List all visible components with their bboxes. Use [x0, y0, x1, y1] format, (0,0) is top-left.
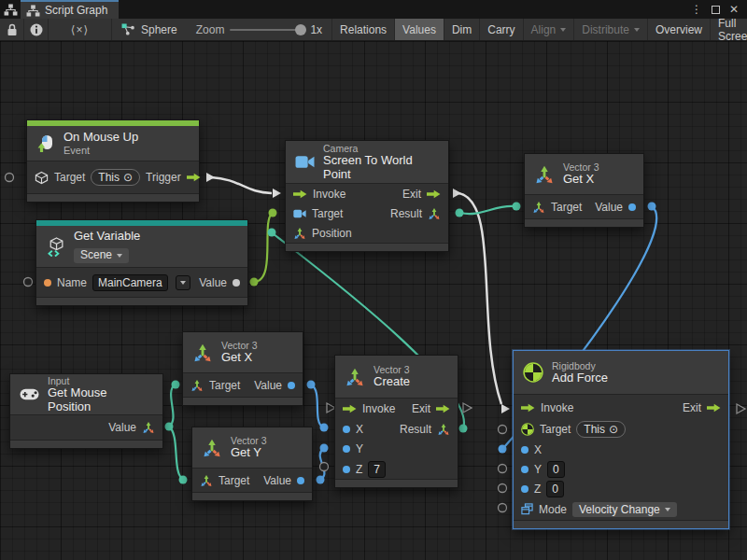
- node-get-x-mid[interactable]: Vector 3 Get X Target Value: [182, 331, 303, 406]
- port-row-target-value: Target Value: [525, 195, 643, 218]
- z-port[interactable]: [521, 485, 529, 493]
- lock-icon: [7, 23, 18, 36]
- chevron-down-icon: [560, 28, 566, 32]
- chevron-down-icon: [180, 281, 186, 285]
- this-target-chip[interactable]: This⊙: [91, 169, 140, 186]
- port-row-z: Z 7: [335, 459, 458, 479]
- zoom-to-fit-button[interactable]: ⟨×⟩: [49, 19, 112, 40]
- chevron-down-icon: [117, 254, 122, 258]
- node-get-y[interactable]: Vector 3 Get Y Target Value: [191, 427, 313, 501]
- variable-name-dropdown[interactable]: [176, 275, 190, 290]
- node-category: Input: [48, 375, 153, 386]
- y-port[interactable]: [343, 445, 350, 453]
- script-graph-window: Script Graph ⋮ ✕ ⟨×⟩ Sphere Zoom 1x Rela…: [0, 0, 747, 560]
- align-label: Align: [531, 23, 557, 36]
- node-header: On Mouse Up Event: [27, 126, 199, 161]
- node-get-variable[interactable]: Get Variable Scene Name MainCamera Value: [35, 219, 248, 306]
- x-port[interactable]: [343, 426, 350, 433]
- node-get-x-top[interactable]: Vector 3 Get X Target Value: [524, 153, 644, 228]
- node-title: Get Mouse Position: [48, 386, 153, 414]
- info-button[interactable]: [24, 19, 49, 40]
- tab-script-graph[interactable]: Script Graph: [21, 0, 119, 19]
- node-screen-to-world-point[interactable]: Camera Screen To World Point Invoke Exit…: [285, 140, 449, 252]
- mode-label: Mode: [539, 503, 567, 516]
- port-row-target-trigger: Target This⊙ Trigger: [27, 161, 199, 193]
- y-port[interactable]: [521, 466, 529, 473]
- y-label: Y: [534, 463, 542, 476]
- mouse-up-icon: [36, 134, 55, 153]
- node-create-vector3[interactable]: Vector 3 Create Invoke Exit X Result Y: [334, 355, 458, 488]
- variable-name-input[interactable]: MainCamera: [92, 274, 168, 291]
- vector3-icon: [345, 367, 365, 387]
- x-port[interactable]: [521, 446, 529, 454]
- x-label: X: [356, 423, 363, 436]
- zoom-slider[interactable]: [230, 29, 304, 31]
- toolbar-middle-group: Sphere Zoom 1x: [112, 19, 331, 40]
- zoom-value: 1x: [310, 23, 322, 36]
- dim-button[interactable]: Dim: [444, 19, 480, 40]
- port-row-name-value: Name MainCamera Value: [36, 268, 247, 297]
- port-row-target-value: Target Value: [183, 373, 303, 397]
- node-get-mouse-position[interactable]: Input Get Mouse Position Value: [9, 373, 163, 449]
- node-add-force[interactable]: Rigidbody Add Force Invoke Exit Target T…: [513, 350, 729, 529]
- lock-button[interactable]: [0, 19, 24, 40]
- node-title: Get Variable: [74, 230, 140, 244]
- this-target-chip[interactable]: This⊙: [576, 421, 626, 438]
- value-port[interactable]: [297, 477, 304, 484]
- z-value-input[interactable]: 0: [546, 481, 564, 497]
- close-button[interactable]: ✕: [726, 2, 741, 17]
- value-port[interactable]: [233, 279, 240, 287]
- node-footer: [286, 243, 448, 251]
- carry-button[interactable]: Carry: [480, 19, 523, 40]
- flow-arrow-icon: [293, 189, 307, 199]
- distribute-button[interactable]: Distribute: [574, 19, 648, 40]
- values-button[interactable]: Values: [395, 19, 444, 40]
- camera-icon: [295, 155, 315, 169]
- name-port[interactable]: [44, 279, 51, 287]
- chevron-down-icon: [634, 28, 640, 32]
- exit-label: Exit: [412, 402, 430, 415]
- node-header: Vector 3 Create: [335, 356, 458, 399]
- port-row-invoke-exit: Invoke Exit: [335, 399, 458, 419]
- x-label: X: [534, 443, 542, 456]
- target-label: Target: [209, 379, 240, 392]
- vector3-icon: [192, 343, 213, 363]
- node-footer: [183, 397, 303, 405]
- window-menu-button[interactable]: ⋮: [689, 2, 704, 17]
- breadcrumb[interactable]: Sphere: [141, 23, 177, 36]
- window-icon: [0, 0, 21, 19]
- force-mode-dropdown[interactable]: Velocity Change: [572, 502, 677, 517]
- node-footer: [514, 520, 728, 528]
- target-label: Target: [312, 207, 343, 220]
- scope-label: Scene: [80, 249, 112, 262]
- target-label: Target: [551, 201, 582, 214]
- node-subtitle: Event: [63, 145, 138, 157]
- relations-button[interactable]: Relations: [332, 19, 395, 40]
- value-port[interactable]: [628, 203, 636, 211]
- flow-arrow-icon: [521, 403, 535, 413]
- vector3-icon: [428, 207, 441, 220]
- z-port[interactable]: [343, 466, 350, 473]
- maximize-icon: [712, 6, 720, 14]
- overview-button[interactable]: Overview: [648, 19, 711, 40]
- tab-title: Script Graph: [45, 4, 107, 17]
- node-on-mouse-up[interactable]: On Mouse Up Event Target This⊙ Trigger: [26, 119, 200, 203]
- node-header: Get Variable Scene: [36, 226, 247, 268]
- node-header: Vector 3 Get X: [525, 154, 643, 195]
- z-value-input[interactable]: 7: [368, 461, 386, 478]
- full-screen-button[interactable]: Full Screen: [711, 19, 747, 40]
- node-header: Camera Screen To World Point: [286, 141, 448, 184]
- value-port[interactable]: [288, 382, 295, 389]
- align-button[interactable]: Align: [524, 19, 575, 40]
- graph-toolbar: ⟨×⟩ Sphere Zoom 1x Relations Values Dim …: [0, 19, 747, 41]
- variable-scope-dropdown[interactable]: Scene: [74, 248, 129, 263]
- y-value-input[interactable]: 0: [547, 461, 565, 478]
- vector3-icon: [200, 474, 213, 487]
- zoom-slider-handle[interactable]: [295, 24, 306, 35]
- port-row-target-value: Target Value: [192, 469, 312, 492]
- invoke-label: Invoke: [362, 402, 395, 415]
- invoke-label: Invoke: [541, 401, 573, 414]
- rigidbody-icon: [521, 423, 534, 436]
- maximize-button[interactable]: [708, 2, 723, 17]
- camera-icon: [293, 209, 306, 218]
